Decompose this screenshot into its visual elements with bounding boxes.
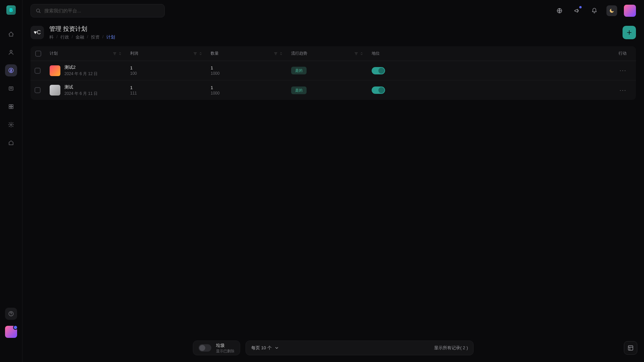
search-box[interactable] — [31, 4, 165, 17]
nav-avatar[interactable] — [5, 326, 17, 338]
nav-design[interactable] — [5, 137, 17, 149]
filter-icon[interactable] — [113, 52, 117, 56]
topbar — [22, 0, 644, 21]
records-label: 显示所有记录( 2 ) — [434, 345, 468, 351]
qty-value: 1 — [211, 85, 283, 90]
nav-news[interactable] — [5, 82, 17, 95]
breadcrumb: 科/ 行政/ 金融/ 投资/ 计划 — [49, 34, 115, 40]
header-icon: ♥C — [31, 26, 44, 39]
search-input[interactable] — [44, 8, 160, 13]
trash-toggle[interactable] — [199, 344, 211, 352]
col-qty[interactable]: 数量 — [211, 51, 219, 56]
news-icon — [8, 85, 14, 92]
palette-icon — [8, 140, 14, 146]
sort-icon[interactable] — [360, 52, 364, 56]
svg-rect-11 — [628, 346, 633, 350]
notification-dot — [579, 6, 582, 8]
add-button[interactable] — [623, 26, 636, 39]
sidebar: B — [0, 0, 22, 362]
qty-sub: 1000 — [211, 71, 283, 76]
crumb[interactable]: 投资 — [91, 34, 100, 40]
sort-icon[interactable] — [118, 52, 122, 56]
status-toggle[interactable] — [372, 67, 385, 74]
app-logo[interactable]: B — [6, 5, 16, 15]
filter-icon[interactable] — [193, 52, 197, 56]
svg-point-7 — [10, 124, 12, 126]
table-row: 测试2024 年 6 月 11 日 1111 11000 是的 ··· — [31, 80, 636, 100]
trash-card: 垃圾 显示已删除 — [193, 341, 240, 355]
svg-point-0 — [10, 50, 12, 52]
nav-home[interactable] — [5, 28, 17, 40]
row-menu-button[interactable]: ··· — [620, 87, 627, 94]
search-icon — [36, 8, 41, 13]
megaphone-icon — [574, 8, 580, 14]
plan-date: 2024 年 6 月 12 日 — [64, 71, 98, 77]
row-checkbox[interactable] — [35, 68, 41, 74]
globe-icon — [556, 8, 562, 14]
dollar-icon — [8, 67, 14, 73]
chevron-down-icon — [274, 346, 279, 350]
sort-icon[interactable] — [279, 52, 283, 56]
nav-help[interactable] — [5, 308, 17, 320]
layout-icon — [628, 345, 634, 351]
gear-icon — [8, 122, 14, 128]
help-icon — [8, 311, 14, 317]
crumb[interactable]: 金融 — [75, 34, 84, 40]
profit-value: 1 — [130, 65, 203, 70]
user-icon — [8, 49, 14, 55]
user-avatar[interactable] — [624, 5, 636, 17]
profit-sub: 111 — [130, 91, 203, 96]
home-icon — [8, 31, 14, 37]
col-status[interactable]: 地位 — [372, 51, 380, 56]
table-header: 计划 利润 数量 流行趋势 地位 行动 — [31, 46, 636, 61]
table-row: 测试22024 年 6 月 12 日 1100 11000 是的 ··· — [31, 61, 636, 80]
per-page-select[interactable]: 每页 10 个 — [251, 345, 299, 351]
sort-icon[interactable] — [199, 52, 203, 56]
layout-button[interactable] — [624, 341, 637, 355]
col-plan[interactable]: 计划 — [50, 51, 58, 56]
crumb-current: 计划 — [106, 34, 115, 40]
svg-rect-3 — [9, 105, 11, 106]
plan-thumbnail — [50, 65, 60, 76]
col-profit[interactable]: 利润 — [130, 51, 138, 56]
plan-date: 2024 年 6 月 11 日 — [64, 91, 98, 97]
filter-icon[interactable] — [354, 52, 358, 56]
profit-sub: 100 — [130, 71, 203, 76]
trend-badge: 是的 — [291, 86, 307, 94]
filter-icon[interactable] — [274, 52, 278, 56]
select-all-checkbox[interactable] — [35, 51, 41, 57]
announce-button[interactable] — [572, 5, 582, 16]
col-trend[interactable]: 流行趋势 — [291, 51, 307, 56]
svg-point-9 — [37, 9, 40, 12]
profit-value: 1 — [130, 85, 203, 90]
nav-apps[interactable] — [5, 101, 17, 113]
language-button[interactable] — [554, 5, 565, 16]
trash-title: 垃圾 — [216, 343, 234, 349]
plus-icon — [626, 29, 633, 36]
status-toggle[interactable] — [372, 86, 385, 94]
data-table: 计划 利润 数量 流行趋势 地位 行动 测试22024 年 6 月 12 日 1… — [31, 46, 636, 100]
plan-name: 测试 — [64, 84, 98, 90]
qty-sub: 1000 — [211, 91, 283, 96]
theme-button[interactable] — [606, 5, 617, 16]
row-checkbox[interactable] — [35, 87, 41, 93]
footer: 垃圾 显示已删除 每页 10 个 显示所有记录( 2 ) — [22, 341, 644, 355]
plan-thumbnail — [50, 85, 60, 96]
moon-icon — [609, 8, 614, 13]
plan-name: 测试2 — [64, 64, 98, 70]
page-title: 管理 投资计划 — [49, 25, 115, 33]
crumb[interactable]: 行政 — [60, 34, 69, 40]
row-menu-button[interactable]: ··· — [620, 67, 627, 74]
col-action: 行动 — [619, 51, 627, 56]
bell-button[interactable] — [589, 5, 600, 16]
nav-settings[interactable] — [5, 119, 17, 131]
crumb[interactable]: 科 — [49, 34, 54, 40]
svg-rect-5 — [9, 107, 11, 109]
nav-user[interactable] — [5, 46, 17, 58]
nav-money[interactable] — [5, 64, 17, 76]
pager-card: 每页 10 个 显示所有记录( 2 ) — [246, 341, 474, 355]
trend-badge: 是的 — [291, 67, 307, 74]
svg-rect-4 — [11, 105, 13, 106]
page-header: ♥C 管理 投资计划 科/ 行政/ 金融/ 投资/ 计划 — [31, 25, 636, 40]
svg-rect-6 — [11, 107, 13, 109]
